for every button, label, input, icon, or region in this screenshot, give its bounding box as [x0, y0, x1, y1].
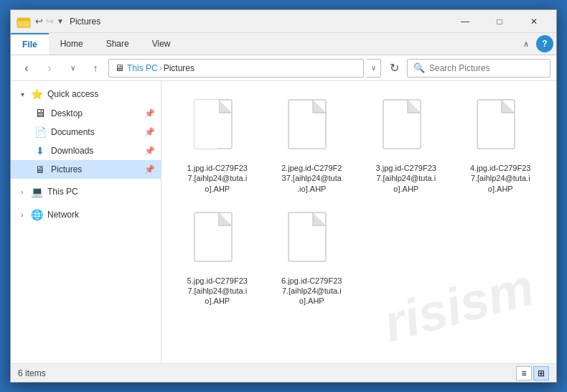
file-name-1: 1.jpg.id-C279F237.[aihlp24@tuta.io].AHP	[187, 163, 248, 194]
sidebar-header-this-pc[interactable]: › 💻 This PC	[11, 182, 161, 202]
file-item-1[interactable]: 1.jpg.id-C279F237.[aihlp24@tuta.io].AHP	[173, 93, 262, 200]
sidebar-item-pictures[interactable]: 🖥 Pictures 📌	[11, 160, 161, 179]
this-pc-icon: 💻	[31, 186, 43, 197]
address-drive-icon: 🖥	[115, 62, 124, 73]
search-icon: 🔍	[413, 62, 425, 73]
item-count: 6 items	[18, 368, 46, 378]
undo-icon[interactable]: ↩	[35, 16, 43, 27]
details-view-button[interactable]: ≡	[516, 366, 532, 381]
close-button[interactable]: ✕	[517, 10, 550, 33]
window-title: Pictures	[70, 17, 449, 27]
file-item-4[interactable]: 4.jpg.id-C279F237.[aihlp24@tuta.io].AHP	[456, 93, 545, 200]
sidebar-section-this-pc: › 💻 This PC	[11, 182, 161, 202]
help-button[interactable]: ?	[536, 35, 553, 52]
network-label: Network	[47, 210, 79, 220]
documents-icon: 📄	[34, 126, 47, 139]
address-bar: ‹ › ∨ ↑ 🖥 This PC › Pictures ∨ ↻ 🔍	[11, 55, 556, 81]
address-sep1: ›	[159, 63, 162, 73]
large-icons-view-button[interactable]: ⊞	[533, 366, 549, 381]
desktop-label: Desktop	[51, 108, 144, 118]
file-icon-5	[192, 211, 243, 271]
ribbon-tabs: File Home Share View ∧ ?	[11, 33, 556, 55]
search-box[interactable]: 🔍	[407, 59, 550, 78]
tab-share[interactable]: Share	[95, 33, 141, 55]
status-bar: 6 items ≡ ⊞	[11, 363, 556, 382]
sidebar-section-quick-access: ▾ ⭐ Quick access 🖥 Desktop 📌 📄 Documents…	[11, 84, 161, 179]
network-toggle: ›	[17, 209, 28, 220]
desktop-pin-icon: 📌	[144, 108, 155, 118]
file-icon-2	[286, 98, 337, 159]
svg-rect-6	[477, 100, 515, 149]
file-name-5: 5.jpg.id-C279F237.[aihlp24@tuta.io].AHP	[187, 276, 248, 307]
view-buttons: ≡ ⊞	[516, 366, 549, 381]
window-icon	[17, 14, 31, 29]
this-pc-label: This PC	[47, 187, 78, 197]
address-this-pc: This PC	[127, 63, 158, 73]
documents-pin-icon: 📌	[144, 127, 155, 137]
file-grid: 1.jpg.id-C279F237.[aihlp24@tuta.io].AHP …	[173, 93, 545, 312]
file-name-2: 2.jpeg.id-C279F237.[aihlp24@tuta.io].AHP	[281, 163, 342, 194]
file-name-4: 4.jpg.id-C279F237.[aihlp24@tuta.io].AHP	[470, 163, 530, 194]
ribbon-expand-button[interactable]: ∧	[516, 34, 536, 54]
quick-access-star-icon: ⭐	[31, 88, 43, 100]
file-name-3: 3.jpg.id-C279F237.[aihlp24@tuta.io].AHP	[376, 163, 436, 194]
back-button[interactable]: ‹	[17, 58, 37, 78]
file-item-2[interactable]: 2.jpeg.id-C279F237.[aihlp24@tuta.io].AHP	[268, 93, 357, 200]
this-pc-toggle: ›	[17, 186, 28, 197]
quick-access-toggle: ▾	[17, 88, 28, 100]
qat-dropdown-icon[interactable]: ▼	[57, 17, 64, 25]
address-path[interactable]: 🖥 This PC › Pictures	[108, 59, 364, 78]
explorer-window: ↩ ↪ ▼ Pictures — □ ✕ File Home Share Vie…	[10, 9, 557, 383]
file-item-6[interactable]: 6.jpg.id-C279F237.[aihlp24@tuta.io].AHP	[268, 205, 357, 312]
file-icon-4	[474, 98, 526, 159]
pictures-label: Pictures	[51, 164, 144, 174]
svg-rect-1	[17, 20, 30, 27]
tab-file[interactable]: File	[11, 33, 49, 55]
pictures-pin-icon: 📌	[144, 164, 155, 174]
sidebar: ▾ ⭐ Quick access 🖥 Desktop 📌 📄 Documents…	[11, 81, 161, 363]
address-pictures: Pictures	[164, 63, 195, 73]
ribbon: File Home Share View ∧ ?	[11, 33, 556, 55]
dropdown-button[interactable]: ∨	[62, 58, 83, 78]
up-button[interactable]: ↑	[85, 58, 106, 78]
quick-access-label: Quick access	[47, 89, 98, 99]
pictures-icon: 🖥	[34, 163, 47, 176]
desktop-icon: 🖥	[34, 107, 47, 120]
main-content: ▾ ⭐ Quick access 🖥 Desktop 📌 📄 Documents…	[11, 81, 556, 363]
sidebar-item-desktop[interactable]: 🖥 Desktop 📌	[11, 104, 161, 123]
search-input[interactable]	[429, 63, 544, 73]
file-item-5[interactable]: 5.jpg.id-C279F237.[aihlp24@tuta.io].AHP	[173, 205, 262, 312]
file-icon-1	[192, 98, 243, 159]
svg-rect-5	[383, 100, 421, 149]
file-area: risism 1.jpg.id-C279F237.[aihlp24@tuta.i…	[161, 81, 556, 363]
sidebar-header-quick-access[interactable]: ▾ ⭐ Quick access	[11, 84, 161, 104]
maximize-button[interactable]: □	[483, 10, 516, 33]
forward-button[interactable]: ›	[39, 58, 60, 78]
window-controls: — □ ✕	[449, 10, 550, 33]
network-icon: 🌐	[31, 209, 43, 220]
address-chevron[interactable]: ∨	[367, 59, 381, 78]
documents-label: Documents	[51, 127, 144, 137]
title-bar: ↩ ↪ ▼ Pictures — □ ✕	[11, 10, 556, 33]
file-icon-3	[380, 98, 432, 159]
minimize-button[interactable]: —	[449, 10, 482, 33]
file-name-6: 6.jpg.id-C279F237.[aihlp24@tuta.io].AHP	[281, 276, 342, 307]
quick-access-toolbar: ↩ ↪ ▼	[35, 16, 64, 27]
sidebar-item-downloads[interactable]: ⬇ Downloads 📌	[11, 141, 161, 160]
svg-rect-4	[289, 100, 326, 149]
sidebar-section-network: › 🌐 Network	[11, 205, 161, 225]
file-icon-6	[286, 211, 337, 271]
downloads-label: Downloads	[51, 146, 144, 156]
svg-rect-3	[195, 100, 219, 149]
sidebar-item-documents[interactable]: 📄 Documents 📌	[11, 123, 161, 141]
file-item-3[interactable]: 3.jpg.id-C279F237.[aihlp24@tuta.io].AHP	[362, 93, 451, 200]
refresh-button[interactable]: ↻	[384, 58, 404, 78]
downloads-pin-icon: 📌	[144, 146, 155, 156]
sidebar-header-network[interactable]: › 🌐 Network	[11, 205, 161, 225]
tab-view[interactable]: View	[141, 33, 182, 55]
tab-home[interactable]: Home	[49, 33, 95, 55]
redo-icon[interactable]: ↪	[46, 16, 54, 27]
downloads-icon: ⬇	[34, 144, 47, 157]
